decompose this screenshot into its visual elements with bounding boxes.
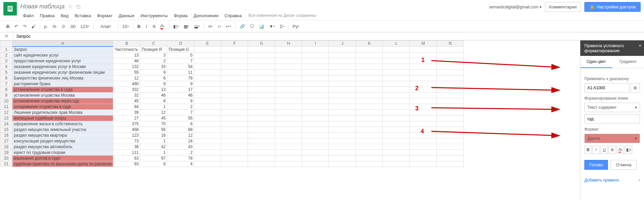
cell[interactable] xyxy=(275,98,302,104)
cell[interactable]: 45 xyxy=(113,98,140,104)
cell[interactable]: судебная практика по взысканию долга по … xyxy=(12,161,113,167)
cell[interactable] xyxy=(410,70,437,75)
cell[interactable] xyxy=(410,58,437,64)
cell[interactable] xyxy=(356,104,383,110)
cell[interactable]: 46 xyxy=(167,93,194,98)
cell[interactable] xyxy=(437,46,464,53)
cell[interactable]: 123 xyxy=(113,133,140,138)
cell[interactable] xyxy=(275,115,302,121)
cell[interactable] xyxy=(275,58,302,64)
cell[interactable]: 17 xyxy=(167,87,194,93)
row-header[interactable]: 6 xyxy=(0,75,12,81)
cell[interactable]: 480 xyxy=(113,81,140,87)
col-header-M[interactable]: M xyxy=(410,41,437,47)
close-icon[interactable]: × xyxy=(639,43,641,48)
cell[interactable] xyxy=(410,138,437,144)
cell[interactable]: 456 xyxy=(113,127,140,133)
cell[interactable] xyxy=(302,150,329,156)
cell[interactable] xyxy=(437,138,464,144)
cell[interactable]: 12 xyxy=(113,75,140,81)
row-header[interactable]: 4 xyxy=(0,64,12,70)
condition-value-input[interactable] xyxy=(584,114,640,124)
cell[interactable] xyxy=(437,156,464,161)
cell[interactable] xyxy=(356,138,383,144)
cell[interactable] xyxy=(329,81,356,87)
cell[interactable]: оспаривание отцовства в суде xyxy=(12,104,113,110)
cell[interactable]: раздел имущества земельный участок xyxy=(12,127,113,133)
cell[interactable] xyxy=(356,53,383,58)
col-header-J[interactable]: J xyxy=(329,41,356,47)
cell[interactable] xyxy=(383,144,410,150)
menu-вставка[interactable]: Вставка xyxy=(72,12,93,19)
cell[interactable]: 42 xyxy=(140,144,167,150)
cell[interactable]: 2 xyxy=(167,104,194,110)
cell[interactable]: оказание юридических услуг физическим ли… xyxy=(12,70,113,75)
cell[interactable] xyxy=(248,156,275,161)
cell[interactable]: 9 xyxy=(140,70,167,75)
cell[interactable]: 13 xyxy=(113,53,140,58)
cell[interactable] xyxy=(221,53,248,58)
increase-decimal-button[interactable]: .00 xyxy=(67,22,78,30)
cell[interactable]: 1 xyxy=(140,138,167,144)
cell[interactable]: 46 xyxy=(140,93,167,98)
cell[interactable] xyxy=(194,104,221,110)
add-rule-link[interactable]: Добавить правило› xyxy=(584,178,640,182)
cell[interactable] xyxy=(437,58,464,64)
cell[interactable] xyxy=(410,121,437,127)
cell[interactable] xyxy=(248,75,275,81)
cell[interactable] xyxy=(302,138,329,144)
col-header-G[interactable]: G xyxy=(248,41,275,47)
filter-button[interactable]: ▼ xyxy=(267,22,277,30)
cell[interactable]: 45 xyxy=(140,115,167,121)
cell[interactable] xyxy=(383,150,410,156)
done-button[interactable]: Готово xyxy=(584,160,608,170)
cell[interactable] xyxy=(248,104,275,110)
cell[interactable] xyxy=(329,115,356,121)
cell[interactable] xyxy=(275,121,302,127)
cell[interactable] xyxy=(221,58,248,64)
cell[interactable]: 6 xyxy=(140,75,167,81)
underline-format-button[interactable]: U xyxy=(601,146,608,154)
cell[interactable]: 24 xyxy=(167,138,194,144)
cell[interactable]: 63 xyxy=(113,156,140,161)
chart-button[interactable]: 📊 xyxy=(257,22,266,30)
cell[interactable] xyxy=(437,87,464,93)
cell[interactable] xyxy=(302,127,329,133)
cell[interactable] xyxy=(356,87,383,93)
cell[interactable] xyxy=(302,115,329,121)
cell[interactable]: предоставление юридических услуг xyxy=(12,58,113,64)
cell[interactable]: Позиция Я xyxy=(140,46,167,53)
spreadsheet-grid[interactable]: ABCDEFGHIJKLMN1ЗапросЧастотностьПозиция … xyxy=(0,40,580,200)
col-header-N[interactable]: N xyxy=(437,41,464,47)
row-header[interactable]: 1 xyxy=(0,46,12,53)
row-header[interactable]: 14 xyxy=(0,121,12,127)
cell[interactable] xyxy=(410,93,437,98)
row-header[interactable]: 3 xyxy=(0,58,12,64)
borders-button[interactable]: ▦ xyxy=(182,22,191,30)
menu-правка[interactable]: Правка xyxy=(37,12,57,19)
number-format-button[interactable]: 123 xyxy=(78,22,91,30)
cell[interactable] xyxy=(302,161,329,167)
cell[interactable] xyxy=(329,87,356,93)
cell[interactable] xyxy=(329,64,356,70)
row-header[interactable]: 8 xyxy=(0,87,12,93)
cell[interactable] xyxy=(221,150,248,156)
cell[interactable] xyxy=(383,104,410,110)
font-select[interactable]: Arial xyxy=(96,22,116,30)
italic-button[interactable]: I xyxy=(143,22,150,30)
cell[interactable] xyxy=(356,156,383,161)
cell[interactable] xyxy=(302,121,329,127)
cell[interactable] xyxy=(383,138,410,144)
cell[interactable]: 16 xyxy=(140,133,167,138)
cell[interactable] xyxy=(437,64,464,70)
cell[interactable] xyxy=(356,75,383,81)
cell[interactable]: 13 xyxy=(140,87,167,93)
cell[interactable]: установление отцовства в суде xyxy=(12,87,113,93)
input-lang-button[interactable]: Ру xyxy=(290,22,301,30)
cell[interactable]: 1 xyxy=(140,150,167,156)
cell[interactable] xyxy=(356,110,383,115)
col-header-B[interactable]: B xyxy=(113,41,140,47)
strike-format-button[interactable]: S xyxy=(609,146,616,154)
cell[interactable] xyxy=(383,98,410,104)
cell[interactable]: жилищные судебные споры xyxy=(12,115,113,121)
